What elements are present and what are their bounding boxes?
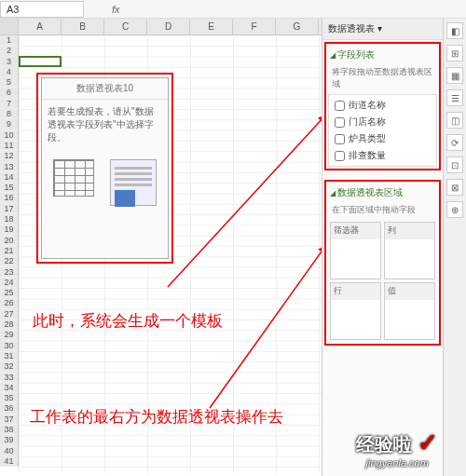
row-header[interactable]: 9 [0,119,18,129]
field-list[interactable]: 街道名称 门店名称 炉具类型 排查数量 [328,94,437,167]
watermark-text: 经验啦 [356,434,412,455]
row-header[interactable]: 25 [0,288,18,298]
row-header[interactable]: 20 [0,236,18,246]
row-header[interactable]: 3 [0,57,18,67]
col-header[interactable]: F [233,19,276,34]
check-icon: ✓ [418,428,438,456]
area-columns[interactable]: 列 [384,222,435,279]
row-header[interactable]: 39 [0,435,18,445]
area-label: 筛选器 [331,223,380,239]
select-all-corner[interactable] [0,19,19,34]
row-header[interactable]: 22 [0,256,18,266]
area-label: 行 [331,283,380,300]
row-header[interactable]: 29 [0,330,18,340]
row-header[interactable]: 30 [0,341,18,351]
col-header[interactable]: D [147,19,190,34]
field-item[interactable]: 排查数量 [331,147,434,164]
areas-section-title: 数据透视表区域 [328,184,437,202]
annotation-box-3: 数据透视表区域 在下面区域中拖动字段 筛选器 列 行 值 [324,180,441,346]
row-header[interactable]: 17 [0,204,18,214]
row-header[interactable]: 41 [0,456,18,467]
tool-icon[interactable]: ☰ [446,89,463,106]
row-header[interactable]: 24 [0,278,18,288]
area-values[interactable]: 值 [384,282,435,340]
row-header[interactable]: 38 [0,425,18,435]
field-checkbox[interactable] [335,117,345,128]
pivot-side-panel: 数据透视表 ▾ 字段列表 将字段拖动至数据透视表区域 街道名称 门店名称 炉具类… [322,19,443,476]
row-header[interactable]: 1 [0,35,18,46]
row-header[interactable]: 36 [0,403,18,414]
row-header[interactable]: 5 [0,77,18,88]
watermark: 经验啦 ✓ jingyanla.com [356,428,438,469]
tool-icon[interactable]: ◫ [446,112,463,129]
col-header[interactable]: E [190,19,233,34]
row-header[interactable]: 15 [0,183,18,193]
field-label: 排查数量 [349,149,386,162]
area-label: 列 [385,223,434,239]
row-header[interactable]: 23 [0,267,18,278]
row-header[interactable]: 19 [0,224,18,235]
areas-section-sub: 在下面区域中拖动字段 [328,202,437,220]
fields-section-title: 字段列表 [328,46,437,64]
row-header[interactable]: 7 [0,99,18,109]
field-checkbox[interactable] [335,151,345,161]
row-header[interactable]: 14 [0,172,18,183]
row-header[interactable]: 35 [0,393,18,403]
right-toolbar: ◧ ⊞ ▦ ☰ ◫ ⟳ ⊡ ⊠ ⊕ [443,19,466,476]
area-filters[interactable]: 筛选器 [330,222,381,279]
field-item[interactable]: 炉具类型 [331,130,434,147]
row-header[interactable]: 11 [0,141,18,151]
tool-icon[interactable]: ⊠ [446,179,463,196]
field-item[interactable]: 街道名称 [331,97,434,114]
col-header[interactable]: C [104,19,147,34]
panel-header[interactable]: 数据透视表 ▾ [322,19,443,40]
formula-bar[interactable]: fx [112,4,124,15]
row-header[interactable]: 2 [0,46,18,56]
row-header[interactable]: 26 [0,298,18,308]
row-header[interactable]: 8 [0,109,18,119]
field-checkbox[interactable] [335,134,345,144]
tool-icon[interactable]: ⊕ [446,201,463,218]
row-header[interactable]: 21 [0,246,18,256]
col-header[interactable]: B [62,19,104,34]
row-header[interactable]: 4 [0,67,18,77]
annotation-text-1: 此时，系统会生成一个模板 [33,310,223,332]
tool-icon[interactable]: ◧ [446,22,463,39]
row-header[interactable]: 13 [0,162,18,172]
row-header[interactable]: 31 [0,351,18,361]
row-headers[interactable]: 1234567891011121314151617181920212223242… [0,35,19,467]
row-header[interactable]: 37 [0,415,18,425]
field-checkbox[interactable] [335,101,345,111]
row-header[interactable]: 34 [0,383,18,393]
tool-icon[interactable]: ▦ [446,67,463,84]
row-header[interactable]: 12 [0,151,18,161]
row-header[interactable]: 33 [0,373,18,383]
tool-icon[interactable]: ⊡ [446,156,463,173]
col-header[interactable]: A [19,19,62,34]
field-item[interactable]: 门店名称 [331,114,434,130]
active-cell[interactable] [19,56,62,67]
row-header[interactable]: 10 [0,130,18,141]
fields-section-sub: 将字段拖动至数据透视表区域 [328,64,437,94]
field-label: 炉具类型 [349,132,386,145]
name-box[interactable]: A3 [0,1,84,18]
row-header[interactable]: 40 [0,446,18,456]
annotation-box-1 [36,73,173,264]
watermark-url: jingyanla.com [356,457,438,469]
row-header[interactable]: 18 [0,214,18,224]
row-header[interactable]: 27 [0,309,18,320]
col-header[interactable]: G [276,19,319,34]
area-rows[interactable]: 行 [330,282,381,340]
annotation-box-2: 字段列表 将字段拖动至数据透视表区域 街道名称 门店名称 炉具类型 排查数量 [324,42,441,170]
tool-icon[interactable]: ⊞ [446,45,463,61]
field-label: 街道名称 [349,99,386,112]
row-header[interactable]: 32 [0,361,18,372]
field-label: 门店名称 [349,116,386,129]
spreadsheet-grid[interactable]: A B C D E F G 12345678910111213141516171… [0,19,322,476]
annotation-text-2: 工作表的最右方为数据透视表操作去 [30,406,283,428]
row-header[interactable]: 6 [0,88,18,98]
row-header[interactable]: 28 [0,320,18,330]
area-label: 值 [385,283,434,300]
tool-icon[interactable]: ⟳ [446,134,463,151]
row-header[interactable]: 16 [0,193,18,203]
